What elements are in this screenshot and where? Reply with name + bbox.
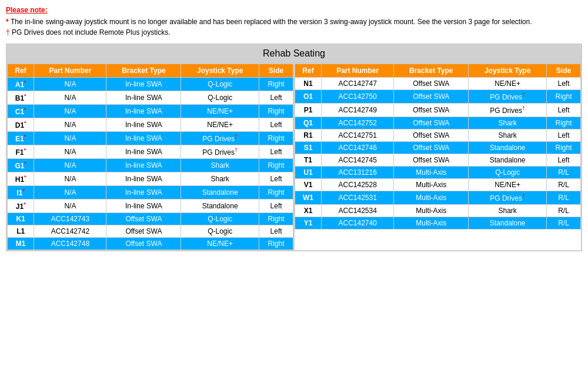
- left-col-part: Part Number: [34, 64, 106, 78]
- section-title: Rehab Seating: [7, 45, 581, 64]
- bracket-type-cell: Offset SWA: [106, 213, 181, 225]
- ref-cell: K1: [8, 213, 34, 225]
- bracket-type-cell: In-line SWA: [106, 105, 181, 118]
- bracket-type-cell: Multi-Axis: [394, 179, 469, 191]
- part-number-cell: ACC142752: [322, 117, 394, 129]
- left-col-bracket: Bracket Type: [106, 64, 181, 78]
- ref-cell: I1*: [8, 186, 34, 200]
- bracket-type-cell: Offset SWA: [394, 78, 469, 90]
- joystick-type-cell: Shark: [181, 159, 259, 172]
- ref-cell: H1*: [8, 172, 34, 186]
- table-row: U1ACC131216Multi-AxisQ-LogicR/L: [295, 167, 581, 179]
- right-col-part: Part Number: [322, 64, 394, 78]
- ref-cell: U1: [295, 167, 322, 179]
- part-number-cell: N/A: [34, 118, 106, 132]
- ref-cell: C1*: [8, 105, 34, 118]
- side-cell: Right: [259, 132, 293, 145]
- left-table-body: A1*N/AIn-line SWAQ-LogicRightB1*N/AIn-li…: [8, 78, 293, 250]
- joystick-type-cell: Standalone: [469, 142, 547, 154]
- part-number-cell: N/A: [34, 172, 106, 186]
- table-layout: Ref Part Number Bracket Type Joystick Ty…: [7, 64, 581, 250]
- joystick-type-cell: Q-Logic: [181, 78, 259, 91]
- ref-cell: P1: [295, 104, 322, 117]
- joystick-type-cell: Standalone: [469, 217, 547, 230]
- right-column: Ref Part Number Bracket Type Joystick Ty…: [295, 64, 581, 250]
- right-header-row: Ref Part Number Bracket Type Joystick Ty…: [295, 64, 581, 78]
- side-cell: Right: [259, 238, 293, 250]
- right-col-bracket: Bracket Type: [394, 64, 469, 78]
- table-row: L1ACC142742Offset SWAQ-LogicLeft: [8, 225, 293, 238]
- side-cell: Right: [547, 117, 581, 129]
- bracket-type-cell: In-line SWA: [106, 132, 181, 145]
- ref-cell: J1*: [8, 200, 34, 213]
- joystick-type-cell: Standalone: [181, 200, 259, 213]
- table-row: X1ACC142534Multi-AxisSharkR/L: [295, 205, 581, 217]
- bracket-type-cell: Offset SWA: [106, 225, 181, 238]
- bracket-type-cell: Multi-Axis: [394, 217, 469, 230]
- side-cell: Left: [259, 172, 293, 186]
- ref-cell: L1: [8, 225, 34, 238]
- joystick-type-cell: Shark: [181, 172, 259, 186]
- side-cell: Right: [259, 159, 293, 172]
- joystick-type-cell: Shark: [469, 205, 547, 217]
- bracket-type-cell: Offset SWA: [394, 129, 469, 142]
- table-row: F1*N/AIn-line SWAPG Drives†Left: [8, 145, 293, 159]
- side-cell: R/L: [547, 167, 581, 179]
- right-table: Ref Part Number Bracket Type Joystick Ty…: [295, 64, 581, 230]
- joystick-type-cell: Shark: [469, 117, 547, 129]
- joystick-type-cell: NE/NE+: [181, 118, 259, 132]
- joystick-type-cell: Q-Logic: [181, 225, 259, 238]
- ref-cell: A1*: [8, 78, 34, 91]
- left-col-side: Side: [259, 64, 293, 78]
- joystick-type-cell: Q-Logic: [469, 167, 547, 179]
- side-cell: R/L: [547, 191, 581, 205]
- bracket-type-cell: In-line SWA: [106, 159, 181, 172]
- part-number-cell: ACC142742: [34, 225, 106, 238]
- ref-cell: X1: [295, 205, 322, 217]
- part-number-cell: ACC142745: [322, 154, 394, 167]
- table-row: A1*N/AIn-line SWAQ-LogicRight: [8, 78, 293, 91]
- bracket-type-cell: Multi-Axis: [394, 191, 469, 205]
- part-number-cell: N/A: [34, 91, 106, 105]
- ref-cell: T1: [295, 154, 322, 167]
- side-cell: Right: [547, 90, 581, 104]
- joystick-type-cell: PG Drives†: [469, 191, 547, 205]
- dagger-note: † PG Drives does not include Remote Plus…: [6, 27, 582, 38]
- ref-cell: S1: [295, 142, 322, 154]
- bracket-type-cell: Offset SWA: [106, 238, 181, 250]
- left-col-ref: Ref: [8, 64, 34, 78]
- ref-cell: V1: [295, 179, 322, 191]
- bracket-type-cell: Offset SWA: [394, 154, 469, 167]
- bracket-type-cell: In-line SWA: [106, 200, 181, 213]
- ref-cell: E1*: [8, 132, 34, 145]
- bracket-type-cell: Offset SWA: [394, 90, 469, 104]
- part-number-cell: ACC142534: [322, 205, 394, 217]
- bracket-type-cell: In-line SWA: [106, 172, 181, 186]
- ref-cell: Q1: [295, 117, 322, 129]
- table-row: C1*N/AIn-line SWANE/NE+Right: [8, 105, 293, 118]
- notes-section: Please note: * The in-line swing-away jo…: [6, 6, 582, 38]
- left-column: Ref Part Number Bracket Type Joystick Ty…: [7, 64, 293, 250]
- side-cell: Right: [547, 142, 581, 154]
- side-cell: Left: [259, 145, 293, 159]
- bracket-type-cell: Multi-Axis: [394, 167, 469, 179]
- part-number-cell: ACC142750: [322, 90, 394, 104]
- table-row: K1ACC142743Offset SWAQ-LogicRight: [8, 213, 293, 225]
- side-cell: R/L: [547, 179, 581, 191]
- joystick-type-cell: Q-Logic: [181, 91, 259, 105]
- ref-cell: O1: [295, 90, 322, 104]
- ref-cell: R1: [295, 129, 322, 142]
- bracket-type-cell: In-line SWA: [106, 91, 181, 105]
- part-number-cell: N/A: [34, 145, 106, 159]
- ref-cell: F1*: [8, 145, 34, 159]
- ref-cell: Y1: [295, 217, 322, 230]
- main-table: Rehab Seating Ref Part Number Bracket Ty…: [6, 44, 582, 251]
- joystick-type-cell: Standalone: [469, 154, 547, 167]
- joystick-type-cell: NE/NE+: [469, 78, 547, 90]
- table-row: G1*N/AIn-line SWASharkRight: [8, 159, 293, 172]
- asterisk-note: * The in-line swing-away joystick mount …: [6, 16, 582, 27]
- joystick-type-cell: PG Drives†: [469, 90, 547, 104]
- side-cell: Left: [259, 200, 293, 213]
- right-col-side: Side: [547, 64, 581, 78]
- table-row: Q1ACC142752Offset SWASharkRight: [295, 117, 581, 129]
